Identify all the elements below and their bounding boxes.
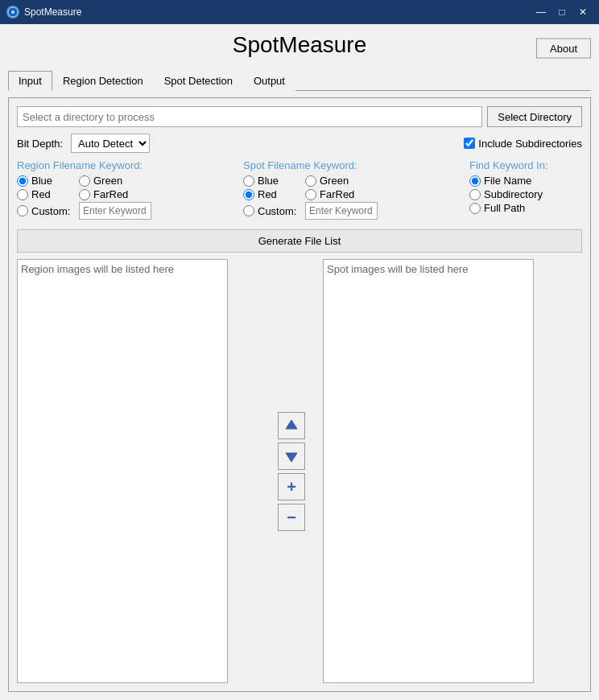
minimize-button[interactable]: — — [531, 4, 551, 20]
tab-input[interactable]: Input — [8, 71, 52, 91]
main-window: SpotMeasure About Input Region Detection… — [0, 24, 599, 700]
region-blue-label[interactable]: Blue — [31, 175, 76, 187]
find-filename-row: File Name — [469, 175, 582, 187]
spot-blue-row: Blue Green — [243, 175, 469, 187]
directory-input[interactable] — [17, 106, 482, 127]
include-subdirs-text: Include Subdirectories — [478, 138, 582, 150]
app-title-row: SpotMeasure About — [8, 32, 591, 64]
region-custom-radio[interactable] — [17, 205, 28, 216]
title-bar: SpotMeasure — □ ✕ — [0, 0, 599, 24]
find-keyword-title: Find Keyword In: — [469, 159, 582, 171]
spot-custom-row: Custom: — [243, 202, 469, 220]
maximize-button[interactable]: □ — [552, 4, 572, 20]
region-keyword-group: Region Filename Keyword: Blue Green Red … — [17, 159, 243, 221]
region-green-label[interactable]: Green — [93, 175, 138, 187]
app-title: SpotMeasure — [233, 32, 367, 58]
spot-custom-radio[interactable] — [243, 205, 254, 216]
spot-red-label[interactable]: Red — [258, 188, 302, 200]
find-subdirectory-radio[interactable] — [469, 189, 481, 200]
bit-depth-label: Bit Depth: — [17, 138, 63, 150]
spot-keyword-title: Spot Filename Keyword: — [243, 159, 469, 171]
spot-red-radio[interactable] — [243, 189, 254, 200]
tab-spot-detection[interactable]: Spot Detection — [154, 71, 243, 91]
options-row: Bit Depth: Auto Detect 8-bit 16-bit Incl… — [17, 134, 582, 153]
region-list-placeholder: Region images will be listed here — [21, 263, 174, 275]
include-subdirs-label[interactable]: Include Subdirectories — [464, 138, 582, 150]
list-controls: + − — [275, 412, 308, 531]
select-directory-button[interactable]: Select Directory — [487, 106, 582, 127]
region-green-radio[interactable] — [79, 175, 90, 187]
remove-icon: − — [287, 509, 296, 525]
region-red-radio[interactable] — [17, 189, 28, 200]
spot-farred-radio[interactable] — [305, 189, 316, 200]
svg-point-1 — [11, 10, 14, 14]
close-button[interactable]: ✕ — [573, 4, 593, 20]
generate-file-list-button[interactable]: Generate File List — [17, 229, 582, 253]
spot-farred-label[interactable]: FarRed — [320, 188, 364, 200]
window-title: SpotMeasure — [24, 6, 81, 18]
spot-green-radio[interactable] — [305, 175, 316, 187]
tab-output[interactable]: Output — [243, 71, 295, 91]
region-image-list[interactable]: Region images will be listed here — [17, 259, 228, 683]
region-red-label[interactable]: Red — [31, 188, 76, 200]
region-custom-label[interactable]: Custom: — [31, 205, 76, 217]
keywords-section: Region Filename Keyword: Blue Green Red … — [17, 159, 582, 221]
find-fullpath-row: Full Path — [469, 202, 582, 214]
region-custom-input[interactable] — [79, 202, 151, 220]
find-filename-label[interactable]: File Name — [484, 175, 531, 187]
find-fullpath-radio[interactable] — [469, 203, 481, 214]
find-keyword-group: Find Keyword In: File Name Subdirectory … — [469, 159, 582, 221]
add-icon: + — [287, 479, 296, 495]
svg-marker-3 — [286, 453, 297, 462]
app-icon — [6, 6, 19, 19]
directory-row: Select Directory — [17, 106, 582, 127]
region-red-row: Red FarRed — [17, 188, 243, 200]
region-farred-label[interactable]: FarRed — [93, 188, 138, 200]
include-subdirs-checkbox[interactable] — [464, 138, 475, 149]
find-subdirectory-row: Subdirectory — [469, 188, 582, 200]
window-controls: — □ ✕ — [531, 4, 593, 20]
content-area: Select Directory Bit Depth: Auto Detect … — [8, 97, 591, 692]
move-up-button[interactable] — [278, 412, 305, 439]
add-button[interactable]: + — [278, 473, 305, 500]
about-button[interactable]: About — [536, 39, 591, 59]
spot-blue-radio[interactable] — [243, 175, 254, 187]
svg-marker-2 — [286, 420, 297, 429]
find-subdirectory-label[interactable]: Subdirectory — [484, 188, 543, 200]
move-down-button[interactable] — [278, 443, 305, 470]
spot-keyword-group: Spot Filename Keyword: Blue Green Red Fa… — [243, 159, 469, 221]
image-lists: Region images will be listed here + — [17, 259, 582, 683]
spot-image-list[interactable]: Spot images will be listed here — [323, 259, 534, 683]
find-filename-radio[interactable] — [469, 175, 481, 187]
spot-red-row: Red FarRed — [243, 188, 469, 200]
spot-blue-label[interactable]: Blue — [258, 175, 302, 187]
find-fullpath-label[interactable]: Full Path — [484, 202, 528, 214]
tab-bar: Input Region Detection Spot Detection Ou… — [8, 71, 591, 91]
spot-list-placeholder: Spot images will be listed here — [327, 263, 469, 275]
bit-depth-select[interactable]: Auto Detect 8-bit 16-bit — [71, 134, 150, 153]
remove-button[interactable]: − — [278, 504, 305, 531]
spot-custom-input[interactable] — [305, 202, 378, 220]
region-blue-radio[interactable] — [17, 175, 28, 187]
spot-custom-label[interactable]: Custom: — [258, 205, 302, 217]
generate-btn-wrapper: Generate File List — [17, 229, 582, 253]
tab-region-detection[interactable]: Region Detection — [52, 71, 154, 91]
region-farred-radio[interactable] — [79, 189, 90, 200]
spot-green-label[interactable]: Green — [320, 175, 364, 187]
region-custom-row: Custom: — [17, 202, 243, 220]
region-blue-row: Blue Green — [17, 175, 243, 187]
region-keyword-title: Region Filename Keyword: — [17, 159, 243, 171]
